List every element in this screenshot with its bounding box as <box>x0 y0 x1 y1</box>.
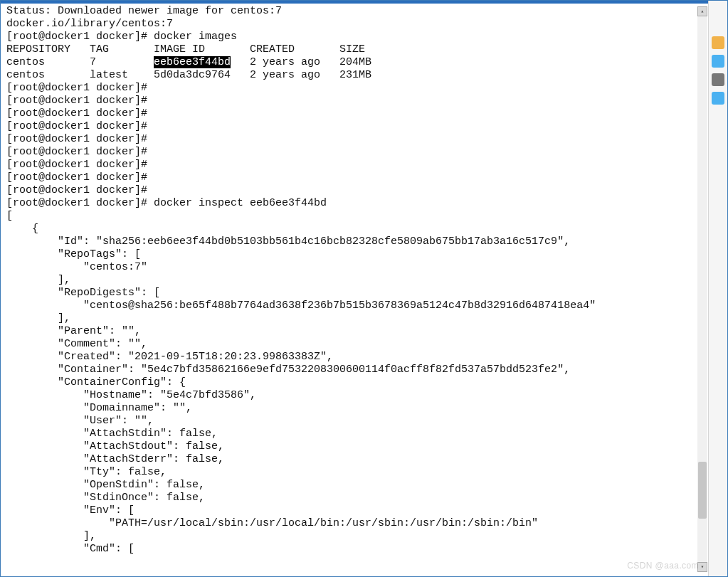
terminal-line: ], <box>6 530 706 543</box>
terminal-line: "Parent": "", <box>6 325 706 338</box>
terminal-line: [root@docker1 docker]# <box>6 95 706 107</box>
vertical-scrollbar[interactable]: ▴ ▾ <box>697 6 707 572</box>
terminal-line: "StdinOnce": false, <box>6 492 706 504</box>
terminal-line: { <box>6 223 706 235</box>
terminal-line: "Container": "5e4c7bfd35862166e9efd75322… <box>6 364 706 376</box>
gutter-icon[interactable] <box>712 73 724 86</box>
terminal-line: [root@docker1 docker]# <box>6 146 706 159</box>
right-tool-gutter <box>708 1 727 576</box>
terminal-line: [root@docker1 docker]# <box>6 159 706 171</box>
terminal-window: Status: Downloaded newer image for cento… <box>0 0 728 577</box>
terminal-line: "Domainname": "", <box>6 402 706 415</box>
watermark-text: CSDN @aaa.com <box>627 559 699 572</box>
terminal-line: "Hostname": "5e4c7bfd3586", <box>6 389 706 402</box>
gutter-icon[interactable] <box>712 55 724 68</box>
terminal-line: docker.io/library/centos:7 <box>6 18 706 31</box>
terminal-line: [root@docker1 docker]# docker inspect ee… <box>6 197 706 210</box>
scroll-up-button[interactable]: ▴ <box>697 6 707 16</box>
terminal-line: Status: Downloaded newer image for cento… <box>6 5 706 18</box>
terminal-line: "AttachStdout": false, <box>6 440 706 453</box>
scroll-down-button[interactable]: ▾ <box>697 562 707 572</box>
terminal-line: REPOSITORY TAG IMAGE ID CREATED SIZE <box>6 43 706 56</box>
terminal-line: centos 7 eeb6ee3f44bd 2 years ago 204MB <box>6 56 706 69</box>
terminal-line: "centos@sha256:be65f488b7764ad3638f236b7… <box>6 300 706 312</box>
terminal-line: ], <box>6 274 706 287</box>
terminal-line: "OpenStdin": false, <box>6 479 706 492</box>
terminal-line: "Id": "sha256:eeb6ee3f44bd0b5103bb561b4c… <box>6 235 706 248</box>
gutter-icon[interactable] <box>712 92 724 105</box>
terminal-line: "RepoTags": [ <box>6 248 706 261</box>
terminal-line: [root@docker1 docker]# <box>6 120 706 133</box>
terminal-line: [root@docker1 docker]# docker images <box>6 31 706 43</box>
terminal-line: [root@docker1 docker]# <box>6 107 706 120</box>
terminal-line: [ <box>6 210 706 223</box>
terminal-line: [root@docker1 docker]# <box>6 133 706 146</box>
scroll-thumb[interactable] <box>698 462 707 519</box>
gutter-icon[interactable] <box>712 36 724 49</box>
terminal-line: "AttachStdin": false, <box>6 428 706 440</box>
terminal-line: "Env": [ <box>6 504 706 517</box>
terminal-line: "centos:7" <box>6 261 706 274</box>
terminal-line: [root@docker1 docker]# <box>6 184 706 197</box>
terminal-line: "User": "", <box>6 415 706 428</box>
selected-image-id: eeb6ee3f44bd <box>154 56 231 68</box>
terminal-line: "Comment": "", <box>6 338 706 351</box>
terminal-line: "Cmd": [ <box>6 543 706 556</box>
terminal-line: "Created": "2021-09-15T18:20:23.99863383… <box>6 351 706 364</box>
terminal-line: [root@docker1 docker]# <box>6 82 706 95</box>
titlebar <box>1 1 727 4</box>
terminal-line: "AttachStderr": false, <box>6 453 706 466</box>
terminal-line: [root@docker1 docker]# <box>6 171 706 184</box>
terminal-line: centos latest 5d0da3dc9764 2 years ago 2… <box>6 69 706 82</box>
terminal-line: "PATH=/usr/local/sbin:/usr/local/bin:/us… <box>6 517 706 530</box>
terminal-line: ], <box>6 312 706 325</box>
terminal-line: "ContainerConfig": { <box>6 376 706 389</box>
terminal-line: "Tty": false, <box>6 466 706 479</box>
terminal-output[interactable]: Status: Downloaded newer image for cento… <box>6 5 706 572</box>
terminal-line: "RepoDigests": [ <box>6 287 706 300</box>
